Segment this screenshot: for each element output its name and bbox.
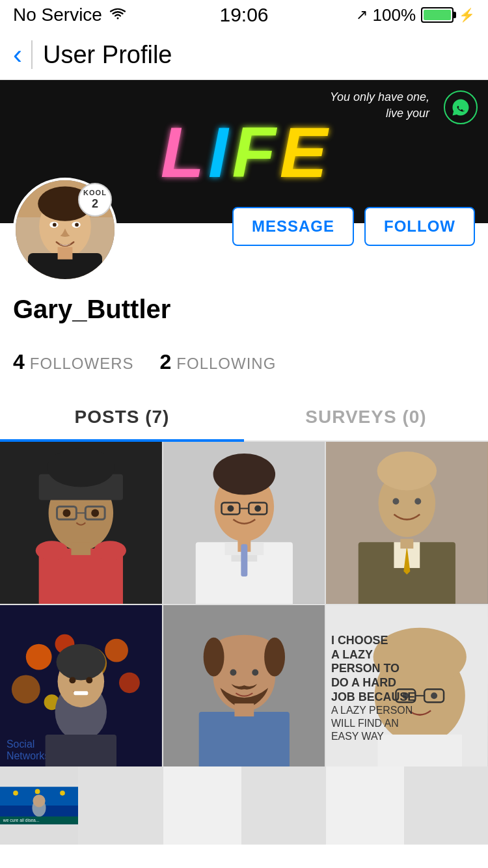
post-item-empty-1: [163, 766, 241, 845]
profile-section: KOOL 2 MESSAGE FOLLOW Gary_Buttler: [0, 178, 488, 350]
tab-surveys[interactable]: SURVEYS (0): [244, 394, 488, 441]
svg-point-38: [377, 452, 437, 491]
battery-indicator: [421, 7, 454, 23]
post-item-6[interactable]: I CHOOSE A LAZY PERSON TO DO A HARD JOB …: [326, 605, 488, 767]
svg-rect-5: [58, 247, 73, 260]
stats-row: 4 FOLLOWERS 2 FOLLOWING: [0, 350, 488, 394]
svg-point-89: [13, 791, 18, 796]
profile-avatar-area: KOOL 2 MESSAGE FOLLOW: [13, 178, 475, 282]
charging-icon: ⚡: [459, 7, 475, 23]
page-title: User Profile: [43, 41, 172, 69]
svg-point-90: [35, 789, 40, 794]
svg-point-65: [264, 637, 285, 676]
svg-point-29: [227, 505, 234, 511]
nav-divider: [31, 40, 33, 69]
partial-posts-row: we cure all disea...: [0, 766, 488, 845]
whatsapp-icon[interactable]: [444, 90, 478, 124]
status-bar: No Service 19:06 ↗ 100% ⚡: [0, 0, 488, 30]
following-label: FOLLOWING: [176, 355, 276, 373]
svg-text:we cure all disea...: we cure all disea...: [3, 818, 40, 822]
kool-label: KOOL: [83, 189, 107, 197]
svg-text:A LAZY PERSON: A LAZY PERSON: [331, 705, 413, 716]
nav-bar: ‹ User Profile: [0, 30, 488, 80]
svg-point-67: [252, 669, 258, 675]
post-item-7[interactable]: we cure all disea...: [0, 766, 78, 845]
svg-text:JOB BECAUSE: JOB BECAUSE: [331, 690, 415, 703]
svg-rect-69: [234, 703, 254, 716]
post-item-empty-2: [326, 766, 404, 845]
svg-point-25: [213, 454, 275, 495]
svg-point-50: [119, 672, 140, 693]
svg-point-39: [393, 498, 400, 505]
svg-point-13: [47, 448, 115, 487]
svg-text:WILL FIND AN: WILL FIND AN: [331, 718, 399, 729]
kool-badge: KOOL 2: [78, 183, 112, 217]
status-time: 19:06: [219, 4, 268, 26]
following-stat[interactable]: 2 FOLLOWING: [160, 350, 277, 374]
svg-text:DO A HARD: DO A HARD: [331, 676, 396, 689]
tabs-row: POSTS (7) SURVEYS (0): [0, 394, 488, 442]
followers-stat[interactable]: 4 FOLLOWERS: [13, 350, 134, 374]
svg-rect-43: [401, 539, 414, 549]
followers-count: 4: [13, 350, 25, 374]
svg-rect-78: [378, 735, 462, 767]
svg-text:PERSON TO: PERSON TO: [331, 662, 400, 675]
svg-rect-68: [198, 712, 289, 767]
svg-point-40: [415, 498, 422, 505]
svg-point-48: [105, 638, 128, 662]
svg-point-64: [203, 637, 224, 676]
svg-point-45: [26, 644, 52, 670]
followers-label: FOLLOWERS: [30, 355, 134, 373]
post-item-3[interactable]: [326, 442, 488, 604]
cover-subtitle: You only have one, live your: [325, 89, 429, 122]
follow-button[interactable]: FOLLOW: [364, 207, 475, 246]
svg-point-20: [36, 541, 68, 560]
location-icon: ↗: [356, 7, 368, 23]
status-carrier: No Service: [13, 5, 127, 25]
svg-point-58: [86, 677, 92, 683]
svg-point-9: [75, 223, 79, 227]
svg-rect-59: [74, 691, 88, 695]
action-buttons: MESSAGE FOLLOW: [232, 207, 475, 246]
back-button[interactable]: ‹: [13, 39, 22, 70]
wifi-icon: [109, 5, 127, 25]
svg-text:A LAZY: A LAZY: [331, 647, 373, 660]
svg-point-57: [69, 677, 75, 683]
svg-point-93: [33, 795, 45, 807]
svg-text:I CHOOSE: I CHOOSE: [331, 633, 388, 646]
svg-point-18: [91, 509, 99, 517]
posts-grid: Social Networks: [0, 442, 488, 766]
avatar-wrapper: KOOL 2: [13, 178, 117, 282]
svg-rect-22: [71, 542, 90, 555]
svg-text:Social: Social: [7, 738, 34, 749]
username: Gary_Buttler: [13, 295, 475, 324]
svg-point-21: [94, 541, 126, 560]
svg-point-66: [230, 669, 236, 675]
post-item-4[interactable]: Social Networks: [0, 605, 162, 767]
kool-number: 2: [92, 197, 98, 211]
svg-text:EASY WAY: EASY WAY: [331, 731, 384, 742]
svg-point-30: [254, 505, 261, 511]
post-item-1[interactable]: [0, 442, 162, 604]
svg-point-17: [62, 509, 70, 517]
svg-text:Networks: Networks: [7, 750, 49, 761]
svg-point-8: [53, 223, 57, 227]
svg-point-77: [431, 692, 437, 699]
status-right: ↗ 100% ⚡: [356, 5, 476, 25]
following-count: 2: [160, 350, 172, 374]
battery-percent: 100%: [373, 5, 416, 25]
carrier-text: No Service: [13, 5, 102, 25]
svg-point-56: [57, 644, 106, 680]
svg-rect-60: [46, 735, 116, 767]
post-item-5[interactable]: [163, 605, 325, 767]
message-button[interactable]: MESSAGE: [232, 207, 354, 246]
tab-posts[interactable]: POSTS (7): [0, 394, 244, 441]
svg-point-91: [60, 791, 65, 796]
svg-rect-35: [241, 544, 247, 576]
post-item-2[interactable]: [163, 442, 325, 604]
svg-point-49: [12, 675, 40, 703]
